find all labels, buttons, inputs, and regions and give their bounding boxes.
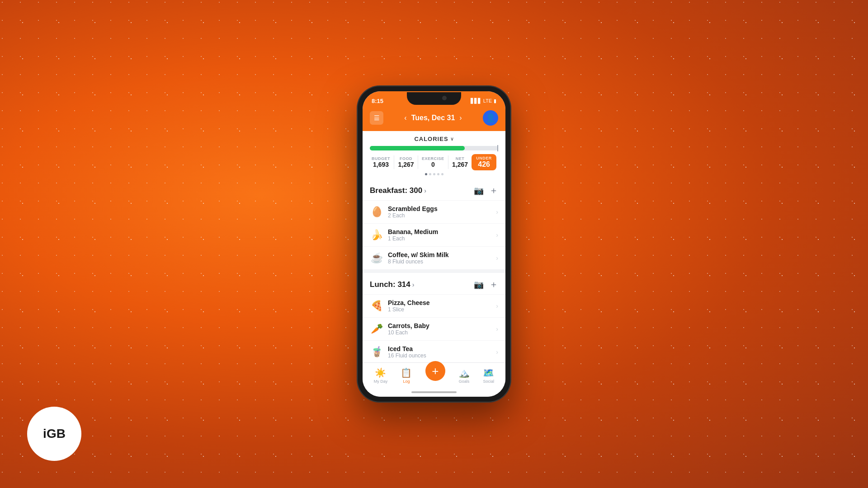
- lunch-header: Lunch: 314 › 📷 ＋: [363, 273, 505, 294]
- coffee-amount: 8 Fluid ounces: [388, 258, 496, 265]
- calories-section: CALORIES ∨ BUDGET 1,693 FOOD 1,267: [363, 131, 505, 179]
- food-item-banana[interactable]: 🍌 Banana, Medium 1 Each ›: [363, 223, 505, 246]
- breakfast-title-group[interactable]: Breakfast: 300 ›: [370, 186, 426, 195]
- goals-label: Goals: [459, 379, 470, 384]
- lunch-add-button[interactable]: ＋: [489, 278, 498, 291]
- carrots-amount: 10 Each: [388, 329, 496, 336]
- breakfast-camera-button[interactable]: 📷: [474, 186, 484, 196]
- lunch-title: Lunch: 314: [370, 280, 410, 289]
- my-day-icon: ☀️: [375, 367, 386, 378]
- food-value: 1,267: [398, 161, 414, 168]
- nav-item-goals[interactable]: 🏔️ Goals: [458, 367, 470, 384]
- lunch-camera-button[interactable]: 📷: [474, 280, 484, 290]
- lunch-title-group[interactable]: Lunch: 314 ›: [370, 280, 414, 289]
- exercise-value: 0: [422, 161, 444, 168]
- home-bar: [411, 391, 457, 393]
- food-item-iced-tea[interactable]: 🧋 Iced Tea 16 Fluid ounces ›: [363, 340, 505, 362]
- banana-chevron-icon: ›: [496, 231, 498, 239]
- lunch-section: Lunch: 314 › 📷 ＋ 🍕 Pizza, Cheese 1 Slice: [363, 273, 505, 362]
- pizza-chevron-icon: ›: [496, 302, 498, 310]
- banana-name: Banana, Medium: [388, 228, 496, 235]
- log-icon: 📋: [401, 367, 412, 378]
- food-item-scrambled-eggs[interactable]: 🥚 Scrambled Eggs 2 Each ›: [363, 200, 505, 223]
- net-stat: NET 1,267: [452, 156, 468, 168]
- carrots-name: Carrots, Baby: [388, 322, 496, 329]
- scrambled-eggs-chevron-icon: ›: [496, 208, 498, 216]
- iced-tea-chevron-icon: ›: [496, 348, 498, 356]
- stat-divider-2: [418, 155, 418, 169]
- carrots-icon: 🥕: [370, 323, 383, 335]
- phone-frame: 8:15 ▋▋▋ LTE ▮ ☰ ‹ Tues, Dec 31 › �: [357, 86, 511, 402]
- iced-tea-info: Iced Tea 16 Fluid ounces: [388, 345, 496, 359]
- my-day-label: My Day: [374, 379, 388, 384]
- calories-header[interactable]: CALORIES ∨: [370, 136, 498, 142]
- scroll-content: Breakfast: 300 › 📷 ＋ 🥚 Scrambled Eggs 2 …: [363, 179, 505, 362]
- calories-chevron-icon: ∨: [450, 136, 454, 142]
- breakfast-add-button[interactable]: ＋: [489, 184, 498, 197]
- pizza-icon: 🍕: [370, 300, 383, 312]
- exercise-label: EXERCISE: [422, 156, 444, 161]
- lte-label: LTE: [483, 98, 492, 103]
- iced-tea-name: Iced Tea: [388, 345, 496, 352]
- under-value: 426: [476, 160, 492, 169]
- banana-icon: 🍌: [370, 229, 383, 241]
- nav-item-social[interactable]: 🗺️ Social: [483, 367, 494, 384]
- calories-progress-fill: [370, 146, 465, 150]
- food-item-coffee[interactable]: ☕ Coffee, w/ Skim Milk 8 Fluid ounces ›: [363, 246, 505, 269]
- signal-icon: ▋▋▋: [471, 98, 481, 104]
- scrambled-eggs-name: Scrambled Eggs: [388, 205, 496, 212]
- calories-progress-bar: [370, 146, 498, 150]
- current-date: Tues, Dec 31: [411, 114, 455, 122]
- under-stat: UNDER 426: [472, 154, 496, 170]
- food-label: FOOD: [398, 156, 414, 161]
- food-item-pizza[interactable]: 🍕 Pizza, Cheese 1 Slice ›: [363, 294, 505, 317]
- budget-stat: BUDGET 1,693: [372, 156, 390, 168]
- iced-tea-amount: 16 Fluid ounces: [388, 352, 496, 359]
- next-date-button[interactable]: ›: [459, 114, 462, 122]
- budget-value: 1,693: [372, 161, 390, 168]
- carrots-chevron-icon: ›: [496, 325, 498, 333]
- phone-screen: 8:15 ▋▋▋ LTE ▮ ☰ ‹ Tues, Dec 31 › �: [363, 91, 505, 397]
- dot-2: [429, 173, 431, 175]
- header-bar: ☰ ‹ Tues, Dec 31 › 👤: [363, 108, 505, 131]
- scrambled-eggs-amount: 2 Each: [388, 212, 496, 219]
- goals-icon: 🏔️: [458, 367, 470, 378]
- stat-divider-3: [448, 155, 448, 169]
- net-label: NET: [452, 156, 468, 161]
- igb-logo: iGB: [27, 407, 81, 461]
- bottom-nav: ☀️ My Day 📋 Log + 🏔️ Goals 🗺️ Social: [363, 362, 505, 389]
- banana-info: Banana, Medium 1 Each: [388, 228, 496, 242]
- food-item-carrots[interactable]: 🥕 Carrots, Baby 10 Each ›: [363, 317, 505, 340]
- under-label: UNDER: [476, 156, 492, 160]
- banana-amount: 1 Each: [388, 235, 496, 242]
- pizza-info: Pizza, Cheese 1 Slice: [388, 299, 496, 313]
- breakfast-title: Breakfast: 300: [370, 186, 422, 195]
- social-icon: 🗺️: [483, 367, 494, 378]
- budget-label: BUDGET: [372, 156, 390, 161]
- prev-date-button[interactable]: ‹: [404, 114, 406, 122]
- log-label: Log: [403, 379, 410, 384]
- breakfast-section: Breakfast: 300 › 📷 ＋ 🥚 Scrambled Eggs 2 …: [363, 179, 505, 269]
- calories-title: CALORIES: [414, 136, 448, 142]
- scrambled-eggs-icon: 🥚: [370, 206, 383, 218]
- iced-tea-icon: 🧋: [370, 346, 383, 358]
- social-label: Social: [483, 379, 495, 384]
- home-indicator: [363, 389, 505, 397]
- breakfast-chevron-icon: ›: [424, 187, 426, 194]
- lunch-chevron-icon: ›: [412, 281, 415, 288]
- exercise-stat: EXERCISE 0: [422, 156, 444, 168]
- add-food-button[interactable]: +: [425, 361, 445, 381]
- avatar[interactable]: 👤: [483, 110, 498, 126]
- phone-wrapper: 8:15 ▋▋▋ LTE ▮ ☰ ‹ Tues, Dec 31 › �: [357, 86, 511, 402]
- menu-icon: ☰: [374, 114, 380, 122]
- nav-item-log[interactable]: 📋 Log: [401, 367, 412, 384]
- progress-marker: [497, 145, 498, 151]
- date-nav: ‹ Tues, Dec 31 ›: [404, 114, 462, 122]
- lunch-actions: 📷 ＋: [474, 278, 498, 291]
- calories-stats: BUDGET 1,693 FOOD 1,267 EXERCISE 0: [370, 154, 498, 170]
- coffee-icon: ☕: [370, 252, 383, 264]
- coffee-chevron-icon: ›: [496, 254, 498, 262]
- menu-button[interactable]: ☰: [370, 111, 383, 125]
- nav-item-my-day[interactable]: ☀️ My Day: [374, 367, 388, 384]
- status-time: 8:15: [372, 98, 383, 104]
